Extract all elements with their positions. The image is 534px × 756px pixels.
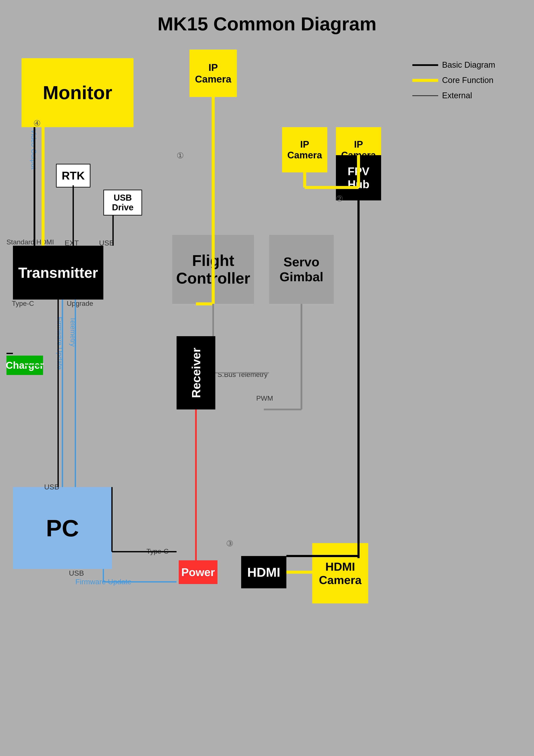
legend-line-thin xyxy=(412,95,438,96)
monitor-box: Monitor xyxy=(21,58,134,127)
hdmi-camera-box: HDMI Camera xyxy=(312,543,368,604)
firmware-update-transmitter-label: Firmware Update xyxy=(56,317,64,369)
pwm-label: PWM xyxy=(256,394,273,402)
pc-box: PC xyxy=(13,487,112,569)
legend-external-label: External xyxy=(442,91,472,100)
legend-core-label: Core Function xyxy=(442,76,494,85)
usb-pc2-label: USB xyxy=(69,569,84,577)
legend-line-black xyxy=(412,64,438,66)
usb-drive-box: USB Drive xyxy=(103,190,142,216)
usb-pc-label: USB xyxy=(44,483,59,491)
telemetry-label: Telemetry xyxy=(69,317,77,347)
legend-basic: Basic Diagram xyxy=(412,60,495,69)
type-c-receiver-label: Type-C xyxy=(146,547,168,555)
hdmi-box: HDMI xyxy=(241,556,286,588)
circle-3-label: ③ xyxy=(226,539,233,548)
power-box: Power xyxy=(179,560,217,584)
ip-camera-top-box: IP Camera xyxy=(190,50,237,97)
fpv-hub-box: FPV Hub xyxy=(336,155,381,201)
usb-top-label: USB xyxy=(99,239,114,247)
ip-camera-right1-box: IP Camera xyxy=(282,127,327,173)
charger-box: Charger xyxy=(7,356,43,375)
legend-line-yellow xyxy=(412,79,438,82)
standard-hdmi-label: Standard HDMI xyxy=(7,238,54,246)
legend: Basic Diagram Core Function External xyxy=(412,60,495,100)
rtk-box: RTK xyxy=(56,164,90,187)
upgrade-label: Upgrade xyxy=(67,300,93,308)
type-c-transmitter-label: Type-C xyxy=(12,300,34,308)
page-title: MK15 Common Diagram xyxy=(0,0,534,35)
flight-controller-box: Flight Controller xyxy=(172,235,254,304)
circle-2-label: ② xyxy=(336,194,343,203)
circle-1-label: ① xyxy=(177,151,184,160)
transmitter-box: Transmitter xyxy=(13,246,103,300)
video-output-label: Video Output xyxy=(30,129,38,169)
receiver-box: Receiver xyxy=(177,336,215,410)
s-bus-telemetry-label: S.Bus Telemetry xyxy=(217,371,267,379)
legend-core: Core Function xyxy=(412,76,495,85)
servo-gimbal-box: Servo Gimbal xyxy=(269,235,334,304)
circle-4-label: ④ xyxy=(33,119,41,128)
ext-label: EXT xyxy=(64,239,79,247)
legend-external: External xyxy=(412,91,495,100)
firmware-update-pc-label: Firmware Update xyxy=(75,578,132,586)
legend-basic-label: Basic Diagram xyxy=(442,60,495,69)
